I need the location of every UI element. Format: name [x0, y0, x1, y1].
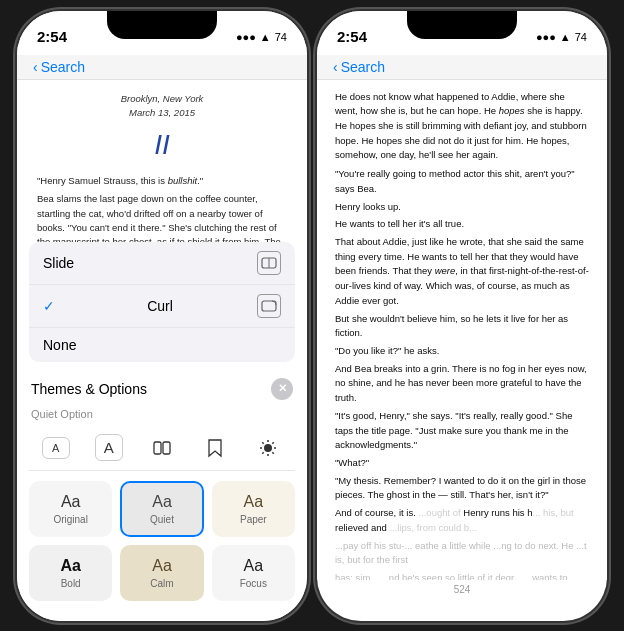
theme-grid: Aa Original Aa Quiet Aa Paper Aa Bold Aa [29, 481, 295, 601]
right-para-11: "My thesis. Remember? I wanted to do it … [335, 474, 589, 503]
right-para-12: And of course, it is. ...ought of Henry … [335, 506, 589, 535]
right-back-chevron: ‹ [333, 59, 338, 75]
notch [107, 11, 217, 39]
theme-calm-label: Calm [130, 578, 193, 589]
slide-label: Slide [43, 255, 74, 271]
left-time: 2:54 [37, 28, 67, 45]
right-para-4: He wants to tell her it's all true. [335, 217, 589, 232]
svg-line-10 [263, 442, 264, 443]
right-signal-icon: ●●● [536, 31, 556, 43]
theme-paper-label: Paper [222, 514, 285, 525]
brightness-button[interactable] [254, 434, 282, 462]
theme-original-card[interactable]: Aa Original [29, 481, 112, 537]
chapter-number: II [37, 124, 287, 166]
theme-calm-card[interactable]: Aa Calm [120, 545, 203, 601]
page-number: 524 [317, 580, 607, 599]
theme-quiet-label: Quiet [130, 514, 193, 525]
right-phone: 2:54 ●●● ▲ 74 ‹ Search He does not know … [317, 11, 607, 621]
wifi-icon: ▲ [260, 31, 271, 43]
theme-focus-preview: Aa [222, 557, 285, 575]
theme-focus-card[interactable]: Aa Focus [212, 545, 295, 601]
theme-bold-preview: Aa [39, 557, 102, 575]
theme-quiet-card[interactable]: Aa Quiet [120, 481, 203, 537]
svg-line-12 [273, 442, 274, 443]
theme-focus-label: Focus [222, 578, 285, 589]
slide-option[interactable]: Slide [29, 242, 295, 285]
back-chevron-icon: ‹ [33, 59, 38, 75]
left-back-button[interactable]: ‹ Search [33, 59, 85, 75]
bookmark-button[interactable] [201, 434, 229, 462]
right-para-2: "You're really going to method actor thi… [335, 167, 589, 196]
svg-rect-4 [163, 442, 170, 454]
right-para-7: "Do you like it?" he asks. [335, 344, 589, 359]
theme-original-preview: Aa [39, 493, 102, 511]
font-small-button[interactable]: A [42, 437, 70, 459]
svg-point-5 [264, 444, 272, 452]
right-para-10: "What?" [335, 456, 589, 471]
right-para-9: "It's good, Henry," she says. "It's real… [335, 409, 589, 453]
themes-title: Themes & Options [31, 381, 147, 397]
phones-container: 2:54 ●●● ▲ 74 ‹ Search Brooklyn, New Yor… [17, 11, 607, 621]
themes-header: Themes & Options ✕ [29, 370, 295, 408]
columns-button[interactable] [148, 434, 176, 462]
right-wifi-icon: ▲ [560, 31, 571, 43]
transition-options: Slide ✓ Curl None [29, 242, 295, 362]
left-phone: 2:54 ●●● ▲ 74 ‹ Search Brooklyn, New Yor… [17, 11, 307, 621]
theme-paper-card[interactable]: Aa Paper [212, 481, 295, 537]
svg-rect-2 [262, 301, 276, 311]
slide-icon [257, 251, 281, 275]
right-para-3: Henry looks up. [335, 200, 589, 215]
theme-paper-preview: Aa [222, 493, 285, 511]
theme-original-label: Original [39, 514, 102, 525]
right-time: 2:54 [337, 28, 367, 45]
back-label: Search [41, 59, 85, 75]
right-para-8: And Bea breaks into a grin. There is no … [335, 362, 589, 406]
svg-line-13 [263, 452, 264, 453]
reading-toolbar: A A [29, 426, 295, 471]
svg-rect-3 [154, 442, 161, 454]
theme-bold-card[interactable]: Aa Bold [29, 545, 112, 601]
theme-quiet-preview: Aa [130, 493, 193, 511]
right-battery-icon: 74 [575, 31, 587, 43]
right-para-1: He does not know what happened to Addie,… [335, 90, 589, 164]
svg-line-11 [273, 452, 274, 453]
theme-bold-label: Bold [39, 578, 102, 589]
right-para-6: But she wouldn't believe him, so he lets… [335, 312, 589, 341]
none-option[interactable]: None [29, 328, 295, 362]
curl-option[interactable]: ✓ Curl [29, 285, 295, 328]
book-location: Brooklyn, New York March 13, 2015 [37, 92, 287, 121]
curl-label: Curl [147, 298, 173, 314]
left-nav-bar: ‹ Search [17, 55, 307, 80]
theme-calm-preview: Aa [130, 557, 193, 575]
right-para-5: That about Addie, just like he wrote, th… [335, 235, 589, 309]
quiet-option-label: Quiet Option [29, 408, 295, 426]
right-nav-bar: ‹ Search [317, 55, 607, 80]
close-button[interactable]: ✕ [271, 378, 293, 400]
right-status-icons: ●●● ▲ 74 [536, 31, 587, 43]
right-para-13: ...pay off his stu-... eathe a little wh… [335, 539, 589, 568]
curl-check: ✓ [43, 298, 55, 314]
right-book-content: He does not know what happened to Addie,… [317, 80, 607, 580]
right-notch [407, 11, 517, 39]
none-label: None [43, 337, 76, 353]
battery-icon: 74 [275, 31, 287, 43]
font-large-button[interactable]: A [95, 434, 123, 461]
right-para-14: has: sim... ...nd he's seen so little of… [335, 571, 589, 579]
right-back-label: Search [341, 59, 385, 75]
signal-icon: ●●● [236, 31, 256, 43]
left-status-icons: ●●● ▲ 74 [236, 31, 287, 43]
book-para-1: "Henry Samuel Strauss, this is bullshit.… [37, 174, 287, 188]
curl-icon [257, 294, 281, 318]
right-back-button[interactable]: ‹ Search [333, 59, 385, 75]
overlay-panel: Slide ✓ Curl None Themes [17, 242, 307, 621]
